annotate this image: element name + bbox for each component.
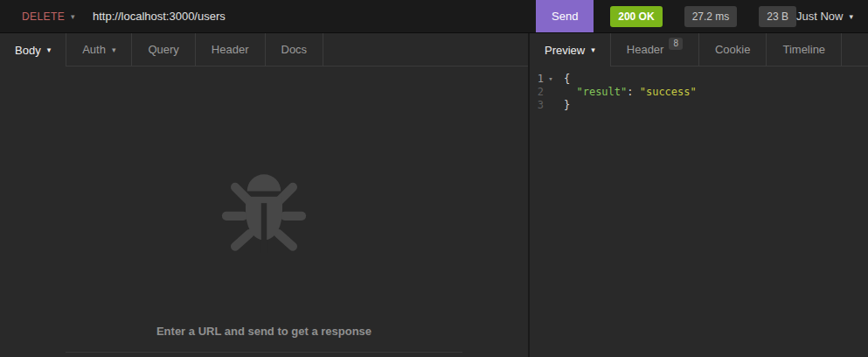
- response-tab-preview[interactable]: Preview▾: [530, 33, 611, 66]
- line-number: 2: [530, 86, 544, 99]
- token-key: "result": [576, 86, 627, 98]
- code-line: 1▾{: [530, 73, 868, 86]
- count-badge: 8: [669, 38, 683, 50]
- tab-label: Timeline: [782, 43, 825, 56]
- fold-caret-icon[interactable]: ▾: [544, 73, 558, 86]
- tab-label: Cookie: [715, 43, 750, 56]
- chevron-down-icon: ▾: [591, 46, 595, 54]
- response-pane: Preview▾Header8CookieTimeline 1▾{2 "resu…: [530, 33, 868, 357]
- code-text: {: [564, 73, 570, 86]
- response-tab-cookie[interactable]: Cookie: [699, 33, 767, 66]
- request-tab-docs[interactable]: Docs: [266, 33, 324, 66]
- url-bar: DELETE ▾ http://localhost:3000/users Sen…: [0, 0, 868, 33]
- request-tab-body[interactable]: Body▾: [0, 33, 66, 66]
- tab-label: Query: [148, 43, 178, 56]
- send-button[interactable]: Send: [536, 0, 594, 32]
- response-tab-header[interactable]: Header8: [611, 33, 699, 66]
- method-label: DELETE: [22, 10, 65, 23]
- chevron-down-icon: ▾: [112, 46, 116, 54]
- code-text: "result": "success": [564, 86, 697, 99]
- request-tabbar: Body▾Auth▾QueryHeaderDocs: [0, 33, 528, 66]
- tab-label: Header: [212, 43, 249, 56]
- chevron-down-icon: ▾: [47, 46, 52, 54]
- response-history-label: Just Now: [796, 10, 843, 23]
- method-selector[interactable]: DELETE ▾: [0, 10, 75, 23]
- request-tab-query[interactable]: Query: [132, 33, 195, 66]
- response-tabbar: Preview▾Header8CookieTimeline: [530, 33, 868, 66]
- chevron-down-icon: ▾: [71, 12, 75, 21]
- status-badge: 200 OK: [610, 6, 662, 27]
- token-punct: }: [564, 99, 570, 111]
- main-area: Body▾Auth▾QueryHeaderDocs: [0, 33, 868, 357]
- response-history-dropdown[interactable]: Just Now ▾: [796, 10, 868, 23]
- token-punct: [564, 86, 576, 98]
- tab-label: Header: [627, 43, 664, 56]
- bug-icon: [216, 164, 312, 268]
- token-punct: {: [564, 73, 570, 85]
- tab-label: Body: [15, 44, 41, 57]
- request-tab-header[interactable]: Header: [196, 33, 266, 66]
- placeholder-divider: [66, 352, 462, 353]
- placeholder-message: Enter a URL and send to get a response: [0, 325, 528, 338]
- line-number: 1: [530, 73, 544, 86]
- token-str: "success": [640, 86, 697, 98]
- request-body-placeholder: Enter a URL and send to get a response: [0, 66, 528, 357]
- tab-label: Preview: [545, 44, 585, 57]
- tab-label: Docs: [281, 43, 308, 56]
- response-body-viewer[interactable]: 1▾{2 "result": "success"3}: [530, 66, 868, 357]
- code-line: 2 "result": "success": [530, 86, 868, 99]
- tabbar-filler: [323, 33, 528, 66]
- token-punct: :: [627, 86, 639, 98]
- request-pane: Body▾Auth▾QueryHeaderDocs: [0, 33, 528, 357]
- url-input[interactable]: http://localhost:3000/users: [93, 10, 536, 23]
- line-number: 3: [530, 99, 544, 112]
- code-text: }: [564, 99, 570, 112]
- tabbar-filler: [842, 33, 868, 66]
- response-tab-timeline[interactable]: Timeline: [767, 33, 842, 66]
- response-time-badge: 27.2 ms: [684, 6, 738, 27]
- code-line: 3}: [530, 99, 868, 112]
- fold-spacer: [544, 86, 558, 99]
- fold-spacer: [544, 99, 558, 112]
- request-tab-auth[interactable]: Auth▾: [66, 33, 132, 66]
- chevron-down-icon: ▾: [849, 12, 853, 21]
- response-size-badge: 23 B: [759, 6, 796, 27]
- tab-label: Auth: [82, 43, 106, 56]
